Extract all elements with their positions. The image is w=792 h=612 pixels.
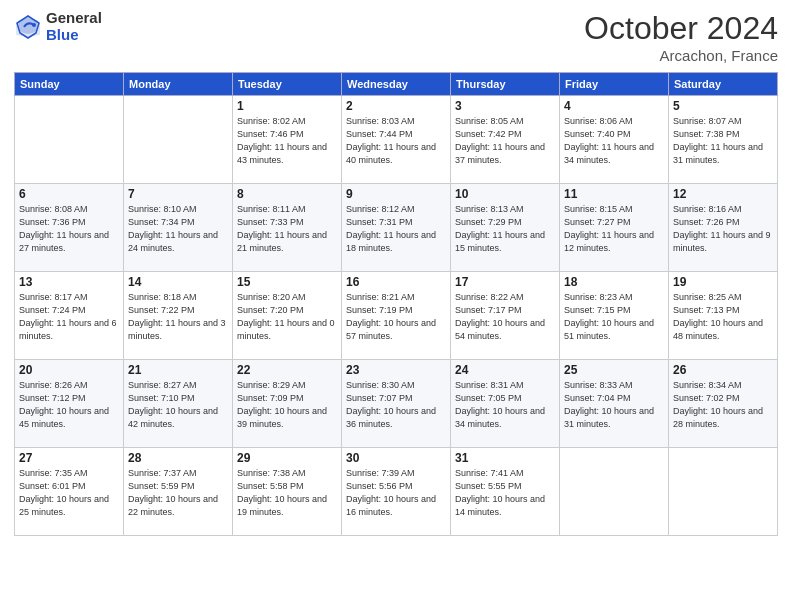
day-number: 11 (564, 187, 664, 201)
day-detail: Sunrise: 7:41 AM Sunset: 5:55 PM Dayligh… (455, 467, 555, 519)
table-row: 21Sunrise: 8:27 AM Sunset: 7:10 PM Dayli… (124, 360, 233, 448)
table-row: 22Sunrise: 8:29 AM Sunset: 7:09 PM Dayli… (233, 360, 342, 448)
table-row: 25Sunrise: 8:33 AM Sunset: 7:04 PM Dayli… (560, 360, 669, 448)
day-detail: Sunrise: 7:37 AM Sunset: 5:59 PM Dayligh… (128, 467, 228, 519)
table-row: 17Sunrise: 8:22 AM Sunset: 7:17 PM Dayli… (451, 272, 560, 360)
table-row: 5Sunrise: 8:07 AM Sunset: 7:38 PM Daylig… (669, 96, 778, 184)
header-sunday: Sunday (15, 73, 124, 96)
day-number: 14 (128, 275, 228, 289)
day-detail: Sunrise: 8:02 AM Sunset: 7:46 PM Dayligh… (237, 115, 337, 167)
day-number: 18 (564, 275, 664, 289)
svg-point-2 (32, 23, 36, 27)
location-title: Arcachon, France (584, 47, 778, 64)
day-detail: Sunrise: 8:15 AM Sunset: 7:27 PM Dayligh… (564, 203, 664, 255)
table-row: 18Sunrise: 8:23 AM Sunset: 7:15 PM Dayli… (560, 272, 669, 360)
day-number: 21 (128, 363, 228, 377)
day-number: 31 (455, 451, 555, 465)
table-row: 8Sunrise: 8:11 AM Sunset: 7:33 PM Daylig… (233, 184, 342, 272)
day-detail: Sunrise: 8:18 AM Sunset: 7:22 PM Dayligh… (128, 291, 228, 343)
day-number: 19 (673, 275, 773, 289)
day-detail: Sunrise: 8:22 AM Sunset: 7:17 PM Dayligh… (455, 291, 555, 343)
day-detail: Sunrise: 8:30 AM Sunset: 7:07 PM Dayligh… (346, 379, 446, 431)
day-detail: Sunrise: 8:26 AM Sunset: 7:12 PM Dayligh… (19, 379, 119, 431)
table-row: 29Sunrise: 7:38 AM Sunset: 5:58 PM Dayli… (233, 448, 342, 536)
calendar-week-row: 6Sunrise: 8:08 AM Sunset: 7:36 PM Daylig… (15, 184, 778, 272)
day-detail: Sunrise: 7:38 AM Sunset: 5:58 PM Dayligh… (237, 467, 337, 519)
day-detail: Sunrise: 8:11 AM Sunset: 7:33 PM Dayligh… (237, 203, 337, 255)
table-row: 30Sunrise: 7:39 AM Sunset: 5:56 PM Dayli… (342, 448, 451, 536)
table-row (560, 448, 669, 536)
table-row: 1Sunrise: 8:02 AM Sunset: 7:46 PM Daylig… (233, 96, 342, 184)
table-row: 4Sunrise: 8:06 AM Sunset: 7:40 PM Daylig… (560, 96, 669, 184)
day-detail: Sunrise: 8:34 AM Sunset: 7:02 PM Dayligh… (673, 379, 773, 431)
header-friday: Friday (560, 73, 669, 96)
day-detail: Sunrise: 8:29 AM Sunset: 7:09 PM Dayligh… (237, 379, 337, 431)
day-detail: Sunrise: 8:05 AM Sunset: 7:42 PM Dayligh… (455, 115, 555, 167)
header-tuesday: Tuesday (233, 73, 342, 96)
day-number: 16 (346, 275, 446, 289)
day-number: 10 (455, 187, 555, 201)
day-number: 12 (673, 187, 773, 201)
calendar-week-row: 20Sunrise: 8:26 AM Sunset: 7:12 PM Dayli… (15, 360, 778, 448)
day-detail: Sunrise: 8:07 AM Sunset: 7:38 PM Dayligh… (673, 115, 773, 167)
header-wednesday: Wednesday (342, 73, 451, 96)
day-detail: Sunrise: 8:31 AM Sunset: 7:05 PM Dayligh… (455, 379, 555, 431)
table-row: 19Sunrise: 8:25 AM Sunset: 7:13 PM Dayli… (669, 272, 778, 360)
table-row: 31Sunrise: 7:41 AM Sunset: 5:55 PM Dayli… (451, 448, 560, 536)
day-number: 2 (346, 99, 446, 113)
table-row: 7Sunrise: 8:10 AM Sunset: 7:34 PM Daylig… (124, 184, 233, 272)
day-number: 9 (346, 187, 446, 201)
logo-text: General Blue (46, 10, 102, 43)
page: General Blue October 2024 Arcachon, Fran… (0, 0, 792, 612)
day-detail: Sunrise: 7:35 AM Sunset: 6:01 PM Dayligh… (19, 467, 119, 519)
day-detail: Sunrise: 8:16 AM Sunset: 7:26 PM Dayligh… (673, 203, 773, 255)
table-row: 12Sunrise: 8:16 AM Sunset: 7:26 PM Dayli… (669, 184, 778, 272)
table-row: 2Sunrise: 8:03 AM Sunset: 7:44 PM Daylig… (342, 96, 451, 184)
day-detail: Sunrise: 8:33 AM Sunset: 7:04 PM Dayligh… (564, 379, 664, 431)
day-number: 1 (237, 99, 337, 113)
day-detail: Sunrise: 8:20 AM Sunset: 7:20 PM Dayligh… (237, 291, 337, 343)
header: General Blue October 2024 Arcachon, Fran… (14, 10, 778, 64)
month-title: October 2024 (584, 10, 778, 47)
day-number: 15 (237, 275, 337, 289)
day-number: 8 (237, 187, 337, 201)
header-saturday: Saturday (669, 73, 778, 96)
day-detail: Sunrise: 7:39 AM Sunset: 5:56 PM Dayligh… (346, 467, 446, 519)
table-row: 13Sunrise: 8:17 AM Sunset: 7:24 PM Dayli… (15, 272, 124, 360)
title-block: October 2024 Arcachon, France (584, 10, 778, 64)
day-number: 26 (673, 363, 773, 377)
day-number: 23 (346, 363, 446, 377)
calendar-week-row: 27Sunrise: 7:35 AM Sunset: 6:01 PM Dayli… (15, 448, 778, 536)
table-row: 24Sunrise: 8:31 AM Sunset: 7:05 PM Dayli… (451, 360, 560, 448)
table-row: 6Sunrise: 8:08 AM Sunset: 7:36 PM Daylig… (15, 184, 124, 272)
table-row: 10Sunrise: 8:13 AM Sunset: 7:29 PM Dayli… (451, 184, 560, 272)
day-detail: Sunrise: 8:23 AM Sunset: 7:15 PM Dayligh… (564, 291, 664, 343)
table-row: 11Sunrise: 8:15 AM Sunset: 7:27 PM Dayli… (560, 184, 669, 272)
day-detail: Sunrise: 8:12 AM Sunset: 7:31 PM Dayligh… (346, 203, 446, 255)
day-detail: Sunrise: 8:21 AM Sunset: 7:19 PM Dayligh… (346, 291, 446, 343)
logo: General Blue (14, 10, 102, 43)
table-row: 20Sunrise: 8:26 AM Sunset: 7:12 PM Dayli… (15, 360, 124, 448)
day-number: 25 (564, 363, 664, 377)
logo-blue-text: Blue (46, 27, 102, 44)
table-row: 23Sunrise: 8:30 AM Sunset: 7:07 PM Dayli… (342, 360, 451, 448)
day-detail: Sunrise: 8:03 AM Sunset: 7:44 PM Dayligh… (346, 115, 446, 167)
day-number: 27 (19, 451, 119, 465)
calendar-week-row: 1Sunrise: 8:02 AM Sunset: 7:46 PM Daylig… (15, 96, 778, 184)
day-detail: Sunrise: 8:13 AM Sunset: 7:29 PM Dayligh… (455, 203, 555, 255)
table-row: 15Sunrise: 8:20 AM Sunset: 7:20 PM Dayli… (233, 272, 342, 360)
day-number: 6 (19, 187, 119, 201)
generalblue-logo-icon (14, 13, 42, 41)
day-detail: Sunrise: 8:08 AM Sunset: 7:36 PM Dayligh… (19, 203, 119, 255)
day-number: 13 (19, 275, 119, 289)
calendar-table: Sunday Monday Tuesday Wednesday Thursday… (14, 72, 778, 536)
table-row (15, 96, 124, 184)
day-detail: Sunrise: 8:25 AM Sunset: 7:13 PM Dayligh… (673, 291, 773, 343)
day-number: 30 (346, 451, 446, 465)
day-detail: Sunrise: 8:06 AM Sunset: 7:40 PM Dayligh… (564, 115, 664, 167)
table-row: 3Sunrise: 8:05 AM Sunset: 7:42 PM Daylig… (451, 96, 560, 184)
day-detail: Sunrise: 8:27 AM Sunset: 7:10 PM Dayligh… (128, 379, 228, 431)
table-row: 14Sunrise: 8:18 AM Sunset: 7:22 PM Dayli… (124, 272, 233, 360)
header-thursday: Thursday (451, 73, 560, 96)
day-number: 28 (128, 451, 228, 465)
